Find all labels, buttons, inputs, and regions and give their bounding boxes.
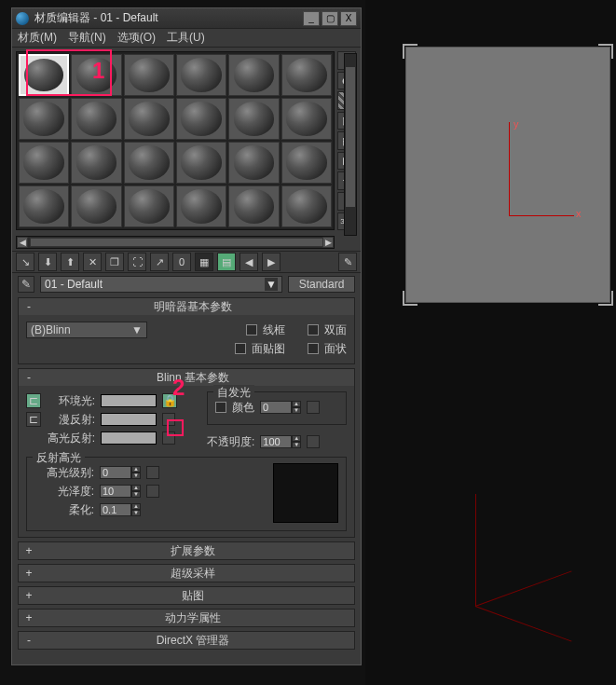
sample-slot-17[interactable] <box>281 142 332 184</box>
sample-slot-5[interactable] <box>281 54 332 96</box>
axis-x-label: x <box>576 208 582 219</box>
sample-slot-4[interactable] <box>228 54 279 96</box>
make-copy-button[interactable]: ❐ <box>105 253 124 271</box>
opacity-spinner[interactable]: ▲▼ <box>260 435 301 448</box>
go-parent-button[interactable]: ◀ <box>240 253 258 271</box>
sample-slot-11[interactable] <box>281 98 332 140</box>
sample-slot-7[interactable] <box>71 98 121 140</box>
glossiness-label: 光泽度: <box>34 484 94 500</box>
show-map-button[interactable]: ▦ <box>195 253 213 271</box>
sample-slot-14[interactable] <box>124 142 174 184</box>
sample-slot-13[interactable] <box>71 142 121 184</box>
material-id-button[interactable]: 0 <box>172 253 191 271</box>
sample-slot-18[interactable] <box>19 185 69 227</box>
self-illum-spinner[interactable]: ▲▼ <box>260 401 301 414</box>
specular-curve-preview <box>273 463 338 523</box>
sample-slot-2[interactable] <box>124 54 174 96</box>
sample-slot-21[interactable] <box>176 185 226 227</box>
material-editor-window: 材质编辑器 - 01 - Default _ ▢ X 材质(M) 导航(N) 选… <box>11 7 362 665</box>
faceted-checkbox[interactable] <box>308 343 319 354</box>
self-illum-map-button[interactable] <box>307 401 320 414</box>
self-illum-color-label: 颜色 <box>232 400 254 416</box>
soften-spinner[interactable]: ▲▼ <box>100 503 141 516</box>
sample-slot-16[interactable] <box>228 142 279 184</box>
ambient-color-swatch[interactable] <box>101 394 157 407</box>
glossiness-spinner[interactable]: ▲▼ <box>100 485 141 498</box>
close-button[interactable]: X <box>340 11 357 26</box>
material-type-button[interactable]: Standard <box>288 276 355 293</box>
sample-slot-1[interactable] <box>71 54 121 96</box>
sample-slot-10[interactable] <box>228 98 279 140</box>
sample-slots <box>16 51 335 230</box>
sample-slot-3[interactable] <box>176 54 226 96</box>
sample-horizontal-scrollbar[interactable]: ◀▶ <box>16 236 335 249</box>
glossiness-map-button[interactable] <box>146 485 159 498</box>
face-map-label: 面贴图 <box>252 341 285 357</box>
shader-type-dropdown[interactable]: (B)Blinn ▼ <box>26 322 147 338</box>
chevron-down-icon: ▼ <box>265 278 278 291</box>
put-to-scene-button[interactable]: ⬇ <box>38 253 57 271</box>
lock-icon[interactable]: 🔒 <box>162 393 177 408</box>
spec-level-map-button[interactable] <box>146 466 159 479</box>
spec-level-spinner[interactable]: ▲▼ <box>100 466 141 479</box>
specular-color-label: 高光反射: <box>47 431 95 446</box>
self-illum-group: 自发光 <box>213 385 254 401</box>
rollout-header-blinn[interactable]: - Blinn 基本参数 <box>19 369 354 386</box>
get-material-button[interactable]: ↘ <box>16 253 34 271</box>
specular-map-button[interactable] <box>162 432 175 445</box>
rollout-header-shader[interactable]: - 明暗器基本参数 <box>19 298 354 315</box>
rollout-header-extended[interactable]: +扩展参数 <box>19 542 354 559</box>
sample-slot-15[interactable] <box>176 142 226 184</box>
menu-tools[interactable]: 工具(U) <box>167 30 205 46</box>
sample-slot-23[interactable] <box>281 185 332 227</box>
app-icon <box>16 12 29 25</box>
specular-color-swatch[interactable] <box>101 432 157 445</box>
wire-checkbox[interactable] <box>246 324 257 336</box>
material-name-text: 01 - Default <box>45 278 103 291</box>
diffuse-specular-lock-icon[interactable]: ⊏ <box>26 412 41 427</box>
maximize-button[interactable]: ▢ <box>322 11 338 26</box>
ambient-diffuse-lock-icon[interactable]: ⊏ <box>26 393 41 408</box>
sample-vertical-scrollbar[interactable] <box>344 53 357 236</box>
sample-slot-12[interactable] <box>19 142 69 184</box>
sample-slot-20[interactable] <box>124 185 174 227</box>
rollout-header-supersampling[interactable]: +超级采样 <box>19 565 354 582</box>
rollout-maps: +贴图 <box>18 586 355 605</box>
diffuse-color-swatch[interactable] <box>101 413 157 426</box>
self-illum-color-checkbox[interactable] <box>215 402 226 413</box>
sample-slot-9[interactable] <box>176 98 226 140</box>
titlebar[interactable]: 材质编辑器 - 01 - Default _ ▢ X <box>12 8 361 29</box>
two-sided-label: 双面 <box>324 322 347 338</box>
rollout-header-directx[interactable]: -DirectX 管理器 <box>19 632 354 649</box>
viewport-perspective[interactable] <box>391 494 615 643</box>
show-end-result-button[interactable]: ▤ <box>217 253 236 271</box>
rollout-header-dynamics[interactable]: +动力学属性 <box>19 610 354 626</box>
material-name-dropdown[interactable]: 01 - Default ▼ <box>40 276 282 293</box>
menu-options[interactable]: 选项(O) <box>117 30 156 46</box>
pick-material-button[interactable]: ✎ <box>338 253 357 271</box>
reset-map-button[interactable]: ✕ <box>83 253 102 271</box>
eyedropper-icon[interactable]: ✎ <box>18 276 34 293</box>
menu-navigate[interactable]: 导航(N) <box>68 30 106 46</box>
face-map-checkbox[interactable] <box>235 343 246 354</box>
minimize-button[interactable]: _ <box>303 11 320 26</box>
go-sibling-button[interactable]: ▶ <box>262 253 281 271</box>
chevron-down-icon: ▼ <box>131 323 143 336</box>
sample-slot-8[interactable] <box>124 98 174 140</box>
rollout-supersampling: +超级采样 <box>18 564 355 582</box>
diffuse-map-button[interactable] <box>162 413 175 426</box>
menu-material[interactable]: 材质(M) <box>18 30 57 46</box>
sample-slot-19[interactable] <box>71 185 121 227</box>
horizontal-toolbar: ↘ ⬇ ⬆ ✕ ❐ ⛶ ↗ 0 ▦ ▤ ◀ ▶ ✎ <box>12 251 361 273</box>
sample-slot-0[interactable] <box>19 54 69 96</box>
rollout-header-maps[interactable]: +贴图 <box>19 587 354 604</box>
two-sided-checkbox[interactable] <box>308 324 319 336</box>
assign-to-selection-button[interactable]: ⬆ <box>61 253 79 271</box>
opacity-map-button[interactable] <box>307 435 320 448</box>
sample-slot-6[interactable] <box>19 98 69 140</box>
sample-slot-22[interactable] <box>228 185 279 227</box>
put-to-library-button[interactable]: ↗ <box>150 253 169 271</box>
make-unique-button[interactable]: ⛶ <box>128 253 146 271</box>
rollout-shader-basic: - 明暗器基本参数 (B)Blinn ▼ 线框 双面 <box>18 297 355 364</box>
viewport-top[interactable]: y x <box>405 47 610 303</box>
